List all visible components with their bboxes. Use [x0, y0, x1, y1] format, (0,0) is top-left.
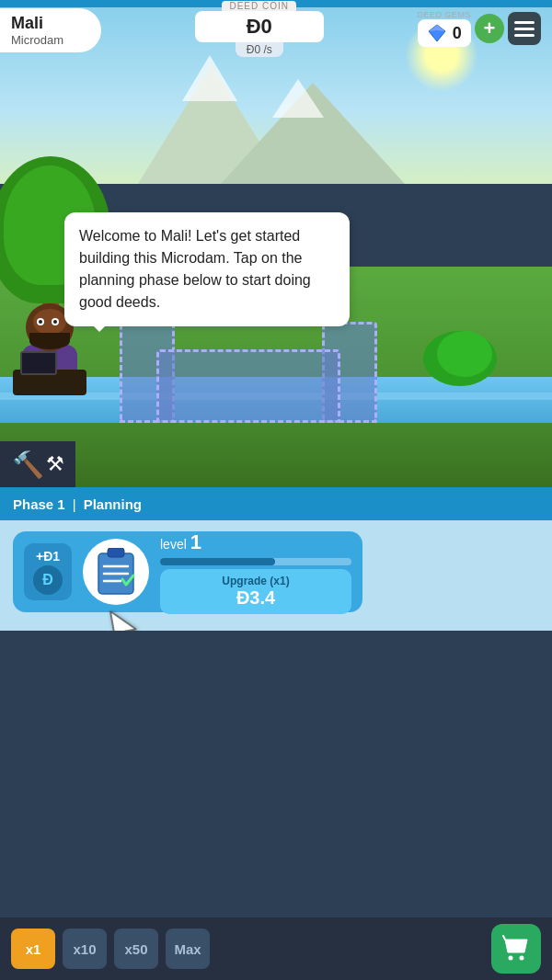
bottom-bar: x1 x10 x50 Max: [0, 917, 552, 980]
svg-point-9: [520, 956, 524, 961]
dam-body: [156, 349, 340, 423]
deed-coin-rate: Ð0 /s: [236, 42, 283, 57]
svg-line-10: [503, 936, 505, 940]
level-label: level: [160, 537, 187, 552]
phase-bar[interactable]: Phase 1 | Planning: [0, 487, 552, 520]
upgrade-label: Upgrade (x1): [171, 575, 340, 587]
svg-point-8: [509, 956, 513, 961]
deed-coin-value: Ð0: [195, 11, 324, 42]
level-row: level 1: [160, 530, 351, 554]
dam-structure: [120, 322, 377, 423]
coin-earn-area: +Ð1 Ð: [24, 543, 72, 600]
multiplier-x50[interactable]: x50: [114, 929, 158, 969]
mountains: [0, 46, 552, 184]
mountain-snow-right: [272, 79, 324, 118]
deed-coin-area: DEED COIN Ð0 Ð0 /s: [109, 1, 409, 57]
menu-line: [514, 28, 535, 30]
game-scene: Welcome to Mali! Let's get started build…: [0, 0, 552, 487]
speech-text: Welcome to Mali! Let's get started build…: [79, 228, 311, 310]
add-gems-button[interactable]: +: [475, 14, 504, 43]
mountain-snow-left: [182, 55, 237, 101]
gems-area: DEED GEMS 0 +: [417, 10, 548, 47]
header: Mali Microdam DEED COIN Ð0 Ð0 /s DEED GE…: [0, 0, 552, 57]
wrench-bar: 🔨 ⚒: [0, 441, 75, 487]
coin-earn-label: +Ð1: [36, 549, 60, 564]
speech-bubble: Welcome to Mali! Let's get started build…: [64, 212, 350, 326]
location-name: Mali: [11, 14, 85, 33]
location-sub: Microdam: [11, 33, 85, 47]
phase-divider: |: [73, 496, 76, 512]
clipboard-svg: [95, 548, 137, 596]
gems-value: 0: [453, 24, 462, 43]
upgrade-panel: +Ð1 Ð level 1: [0, 520, 552, 631]
gems-box: 0: [418, 19, 471, 47]
clipboard-icon: [83, 539, 149, 605]
plus-icon: +: [484, 17, 496, 40]
shrub-right: [423, 331, 497, 386]
dark-background-area: [0, 631, 552, 917]
deed-coin-icon: Ð: [33, 565, 63, 595]
diamond-icon: [427, 23, 447, 43]
gems-label: DEED GEMS: [417, 10, 471, 19]
deed-coin-label: DEED COIN: [222, 1, 296, 11]
upgrade-cost: Ð3.4: [171, 587, 340, 609]
phase-label: Phase 1: [13, 496, 65, 512]
menu-line: [514, 21, 535, 24]
level-progress-bar: [160, 558, 351, 565]
svg-marker-1: [429, 25, 445, 31]
cart-icon: [501, 934, 531, 963]
tools-icon: ⚒: [46, 452, 64, 476]
level-value: 1: [190, 530, 201, 554]
wrench-icon: 🔨: [12, 450, 44, 480]
location-badge: Mali Microdam: [0, 8, 101, 52]
cart-button[interactable]: [491, 924, 541, 974]
level-progress-fill: [160, 558, 275, 565]
multiplier-x10[interactable]: x10: [63, 929, 107, 969]
upgrade-card[interactable]: +Ð1 Ð level 1: [13, 531, 362, 612]
multiplier-max[interactable]: Max: [166, 929, 210, 969]
phase-type: Planning: [84, 496, 142, 512]
multiplier-x1[interactable]: x1: [11, 929, 55, 969]
menu-button[interactable]: [508, 12, 541, 45]
svg-rect-3: [108, 548, 124, 557]
upgrade-button[interactable]: Upgrade (x1) Ð3.4: [160, 569, 351, 614]
menu-line: [514, 34, 535, 37]
upgrade-info: level 1 Upgrade (x1) Ð3.4: [160, 530, 351, 614]
